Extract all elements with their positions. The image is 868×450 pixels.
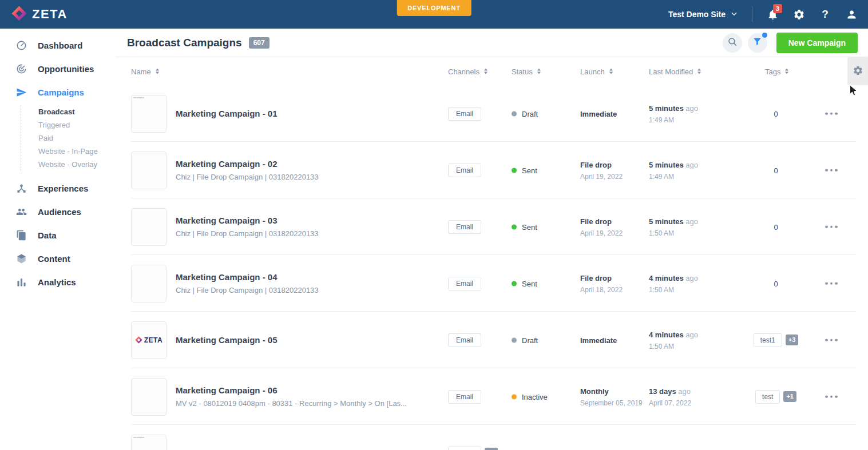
zeta-logo[interactable]: ZETA <box>11 6 68 23</box>
channel-extra-badge: +1 <box>485 448 498 450</box>
filter-button[interactable] <box>748 33 767 53</box>
table-row[interactable]: ZETA Marketing Campaign - 05 Email Draft… <box>116 312 868 368</box>
channel-chip: Email <box>448 107 481 121</box>
launch-type: File drop <box>580 217 623 225</box>
sidebar-item-label: Audiences <box>38 207 81 217</box>
notifications-button[interactable]: 3 <box>766 8 779 21</box>
campaign-name[interactable]: Marketing Campaign - 06 <box>176 385 439 395</box>
campaign-thumbnail[interactable] <box>131 208 167 246</box>
table-row[interactable]: Marketing Campaign - 03 Chiz | File Drop… <box>116 198 868 255</box>
campaign-thumbnail[interactable] <box>131 378 167 416</box>
top-navbar: ZETA DEVELOPMENT Test Demo Site 3 ? <box>0 0 868 29</box>
sidebar-item-content[interactable]: Content <box>0 247 116 270</box>
tags-cell: 0 <box>750 166 802 174</box>
site-selector-dropdown[interactable]: Test Demo Site <box>668 10 738 19</box>
channels-cell: Email <box>448 164 481 177</box>
column-header-launch[interactable]: Launch <box>580 67 613 75</box>
thumbnail-label: new template <box>132 95 151 99</box>
row-actions-button[interactable] <box>824 278 839 288</box>
sort-icon <box>697 69 701 74</box>
table-gear-icon <box>853 65 863 78</box>
subnav-item-website-overlay[interactable]: Website - Overlay <box>38 158 116 171</box>
sidebar-item-campaigns[interactable]: Campaigns <box>0 81 116 104</box>
table-settings-button[interactable] <box>847 57 868 85</box>
documents-icon <box>16 230 27 241</box>
launch-cell: File drop April 18, 2022 <box>580 273 623 293</box>
row-actions-button[interactable] <box>824 335 839 345</box>
column-header-name[interactable]: Name <box>131 67 159 75</box>
search-button[interactable] <box>723 33 742 53</box>
tag-chip[interactable]: test1 <box>754 333 782 347</box>
status-label: Inactive <box>522 392 548 401</box>
subnav-item-triggered[interactable]: Triggered <box>38 118 116 132</box>
tag-more-badge[interactable]: +1 <box>783 391 796 402</box>
column-header-tags[interactable]: Tags <box>765 67 788 75</box>
column-header-channels[interactable]: Channels <box>448 67 487 75</box>
campaign-thumbnail[interactable]: ZETA <box>131 321 167 359</box>
campaign-name[interactable]: Marketing Campaign - 03 <box>176 216 439 225</box>
launch-cell: Monthly September 05, 2019 <box>580 387 643 407</box>
table-row[interactable]: Marketing Campaign - 02 Chiz | File Drop… <box>116 142 868 198</box>
campaign-thumbnail[interactable]: new template <box>131 95 167 133</box>
launch-cell: File drop April 19, 2022 <box>580 160 623 180</box>
launch-date: April 18, 2022 <box>580 285 623 293</box>
status-dot <box>512 394 517 399</box>
sidebar-item-audiences[interactable]: Audiences <box>0 200 116 224</box>
sidebar-item-opportunities[interactable]: Opportunities <box>0 57 116 81</box>
sidebar-item-dashboard[interactable]: Dashboard <box>0 34 116 57</box>
last-modified-cell: 4 minutes ago 1:50 AM <box>649 273 698 293</box>
table-row[interactable]: new template Marketing Campaign - 07 Ema… <box>116 425 868 450</box>
campaign-thumbnail[interactable] <box>131 152 167 189</box>
campaign-thumbnail[interactable]: new template <box>131 435 167 450</box>
modified-relative: 4 minutes <box>649 273 684 282</box>
name-cell: Marketing Campaign - 02 Chiz | File Drop… <box>176 142 439 198</box>
target-icon <box>16 63 27 74</box>
sidebar-item-analytics[interactable]: Analytics <box>0 270 116 294</box>
help-button[interactable]: ? <box>819 8 831 21</box>
campaign-subtitle: MV v2 - 08012019 0408pm - 80331 - Recurr… <box>176 399 439 408</box>
channels-cell: Email <box>448 390 481 404</box>
name-cell: Marketing Campaign - 05 <box>176 312 439 368</box>
campaign-name[interactable]: Marketing Campaign - 02 <box>176 159 439 169</box>
table-row[interactable]: new template Marketing Campaign - 01 Ema… <box>116 85 868 142</box>
search-icon <box>727 37 738 49</box>
row-actions-button[interactable] <box>824 392 839 401</box>
campaign-name[interactable]: Marketing Campaign - 05 <box>176 335 439 345</box>
subnav-item-website-in-page[interactable]: Website - In-Page <box>38 145 116 158</box>
name-cell: Marketing Campaign - 01 <box>176 85 439 142</box>
tag-chip[interactable]: test <box>755 390 780 404</box>
modified-relative: 5 minutes <box>649 103 684 112</box>
sidebar-item-label: Opportunities <box>38 64 94 74</box>
launch-date: April 19, 2022 <box>580 172 623 180</box>
sidebar-item-data[interactable]: Data <box>0 224 116 247</box>
table-row[interactable]: Marketing Campaign - 06 MV v2 - 08012019… <box>116 368 868 425</box>
status-cell: Draft <box>512 336 538 344</box>
row-actions-button[interactable] <box>824 165 839 175</box>
column-header-status[interactable]: Status <box>512 67 541 75</box>
campaigns-subnav: Broadcast Triggered Paid Website - In-Pa… <box>21 105 116 171</box>
channel-chip: Email <box>448 390 481 404</box>
status-label: Sent <box>522 166 537 174</box>
tag-more-badge[interactable]: +3 <box>786 334 799 345</box>
row-actions-button[interactable] <box>824 109 839 118</box>
filter-active-dot <box>762 33 767 38</box>
tags-cell: 0 <box>750 109 802 118</box>
settings-button[interactable] <box>792 8 805 21</box>
table-row[interactable]: Marketing Campaign - 04 Chiz | File Drop… <box>116 255 868 312</box>
campaign-thumbnail[interactable] <box>131 265 167 302</box>
column-header-last-modified[interactable]: Last Modified <box>649 67 701 75</box>
campaign-name[interactable]: Marketing Campaign - 01 <box>176 109 439 118</box>
subnav-item-broadcast[interactable]: Broadcast <box>38 105 116 118</box>
notification-count-badge: 3 <box>773 4 782 13</box>
paper-plane-icon <box>16 87 27 98</box>
account-button[interactable] <box>845 8 858 21</box>
subnav-item-paid[interactable]: Paid <box>38 132 116 145</box>
sidebar-item-experiences[interactable]: Experiences <box>0 177 116 200</box>
channels-cell: Email <box>448 333 481 347</box>
channel-chip: Email <box>448 220 481 234</box>
modified-time: 1:50 AM <box>649 285 698 293</box>
row-actions-button[interactable] <box>824 222 839 232</box>
campaign-name[interactable]: Marketing Campaign - 04 <box>176 272 439 282</box>
new-campaign-button[interactable]: New Campaign <box>776 33 858 53</box>
launch-type: File drop <box>580 273 623 282</box>
